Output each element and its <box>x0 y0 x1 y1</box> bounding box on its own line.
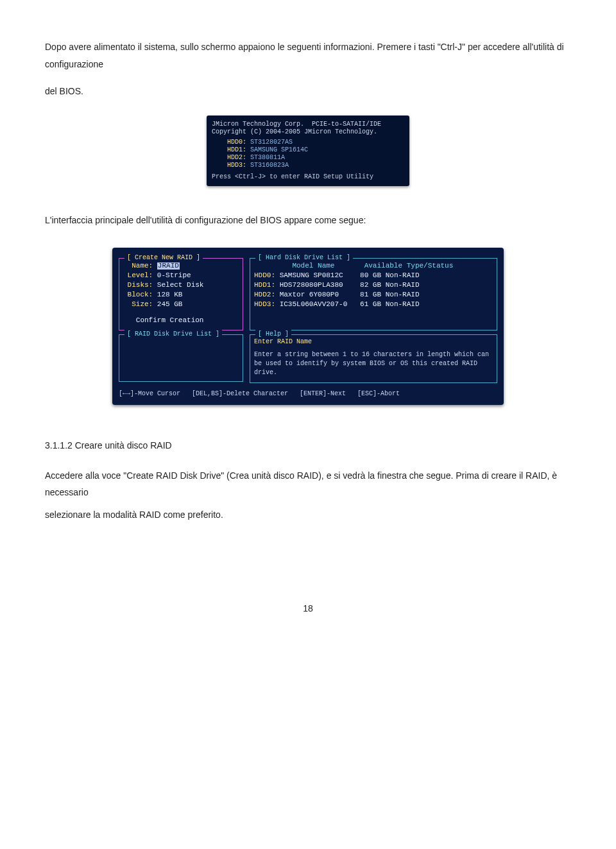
shot2-footer-hints: [←→]-Move Cursor [DEL,BS]-Delete Charact… <box>119 390 497 399</box>
create-panel-title: [ Create New RAID ] <box>124 253 203 262</box>
create-new-raid-panel: [ Create New RAID ] Name: JRAID Level: 0… <box>119 258 243 330</box>
help-title: [ Help ] <box>255 330 291 339</box>
shot1-hdd1-value: SAMSUNG SP1614C <box>250 146 308 153</box>
create-name-label: Name: <box>132 262 153 270</box>
help-heading: Enter RAID Name <box>254 338 493 347</box>
hdd-row-1: HDD1: HDS728080PLA380 82 GB Non-RAID <box>254 280 493 290</box>
hdd-col-model: Model Name <box>292 262 334 270</box>
create-level-label: Level: <box>128 271 153 279</box>
create-disks-value: Select Disk <box>157 281 204 289</box>
shot1-hdd0-value: ST3128027AS <box>250 139 293 146</box>
raid-list-title: [ RAID Disk Drive List ] <box>124 330 222 339</box>
create-block-label: Block: <box>128 291 153 298</box>
shot1-hdd3: HDD3: ST3160823A <box>212 162 404 169</box>
hdd-col-avail: Available <box>364 262 402 270</box>
create-confirm: Confirm Creation <box>136 316 204 324</box>
shot1-hdd3-label: HDD3: <box>227 162 246 169</box>
bios-boot-screenshot: JMicron Technology Corp. PCIE-to-SATAII/… <box>45 116 571 186</box>
shot1-hdd0-label: HDD0: <box>227 139 246 146</box>
shot1-hdd1: HDD1: SAMSUNG SP1614C <box>212 146 404 154</box>
shot1-hdd0: HDD0: ST3128027AS <box>212 139 404 146</box>
create-name-value: JRAID <box>157 262 180 270</box>
hdd-list-title: [ Hard Disk Drive List ] <box>255 253 353 262</box>
create-size-label: Size: <box>132 300 153 308</box>
shot1-hdd2-value: ST380811A <box>250 154 285 161</box>
shot1-header-1: JMicron Technology Corp. PCIE-to-SATAII/… <box>212 121 404 128</box>
shot1-hdd2: HDD2: ST380811A <box>212 154 404 162</box>
shot1-hdd2-label: HDD2: <box>227 154 246 161</box>
intro-paragraph: Dopo avere alimentato il sistema, sullo … <box>45 39 571 73</box>
hdd-col-type: Type/Status <box>407 262 454 270</box>
shot1-hdd1-label: HDD1: <box>227 146 246 153</box>
outro-line-1: Accedere alla voce "Create RAID Disk Dri… <box>45 467 571 501</box>
intro-line-1: Dopo avere alimentato il sistema, sullo … <box>45 42 564 69</box>
shot1-hdd3-value: ST3160823A <box>250 162 289 169</box>
create-block-value: 128 KB <box>157 291 183 298</box>
bios-utility-screenshot: [ Create New RAID ] Name: JRAID Level: 0… <box>45 248 571 405</box>
shot1-prompt: Press <Ctrl-J> to enter RAID Setup Utili… <box>212 173 404 181</box>
create-level-value: 0-Stripe <box>157 271 191 279</box>
section-heading-3-1-1-2: 3.1.1.2 Creare unità disco RAID <box>45 437 571 454</box>
page-number: 18 <box>45 600 571 617</box>
help-panel: [ Help ] Enter RAID Name Enter a string … <box>250 334 497 383</box>
hdd-row-3: HDD3: IC35L060AVV207-0 61 GB Non-RAID <box>254 300 493 309</box>
hdd-row-2: HDD2: Maxtor 6Y080P0 81 GB Non-RAID <box>254 290 493 300</box>
intro-line-2: del BIOS. <box>45 83 571 100</box>
shot1-header-2: Copyright (C) 2004-2005 JMicron Technolo… <box>212 128 404 136</box>
help-body: Enter a string between 1 to 16 character… <box>254 351 489 376</box>
outro-line-2: selezionare la modalità RAID come prefer… <box>45 506 571 524</box>
create-size-value: 245 GB <box>157 300 183 308</box>
create-disks-label: Disks: <box>128 281 153 289</box>
hdd-list-panel: [ Hard Disk Drive List ] Model Name Avai… <box>250 258 497 330</box>
mid-paragraph: L'interfaccia principale dell'utilità di… <box>45 212 571 229</box>
raid-disk-list-panel: [ RAID Disk Drive List ] <box>119 334 243 382</box>
hdd-row-0: HDD0: SAMSUNG SP0812C 80 GB Non-RAID <box>254 271 493 280</box>
